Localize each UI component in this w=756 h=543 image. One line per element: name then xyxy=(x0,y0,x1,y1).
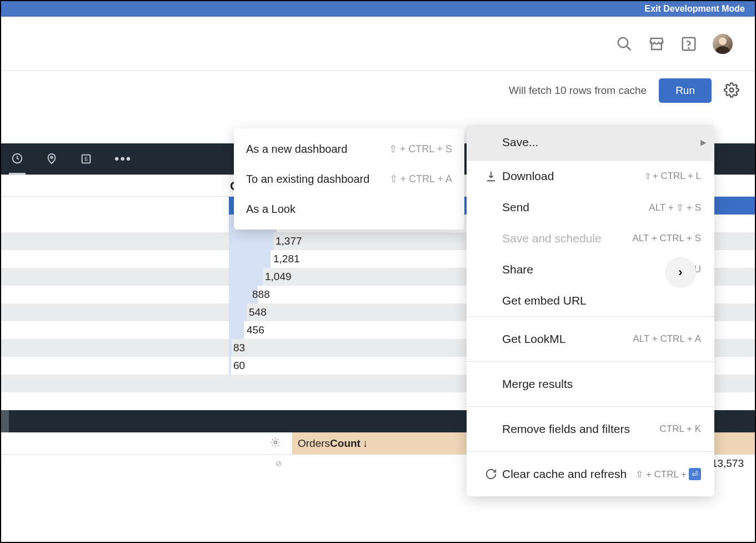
save-submenu: As a new dashboard ⇧ + CTRL + S To an ex… xyxy=(234,128,464,230)
menu-item-save-new-dashboard[interactable]: As a new dashboard ⇧ + CTRL + S xyxy=(234,134,464,164)
search-icon[interactable] xyxy=(616,36,633,52)
menu-item-save-as-look[interactable]: As a Look xyxy=(234,194,464,224)
menu-item-send[interactable]: Send ALT + ⇧ + S xyxy=(467,192,714,223)
cell-value: 548 xyxy=(249,306,267,318)
chevron-right-icon: ▶ xyxy=(700,138,707,147)
svg-point-3 xyxy=(688,47,689,48)
run-button[interactable]: Run xyxy=(659,78,712,103)
cell-value: 1,281 xyxy=(273,253,300,265)
menu-shortcut: ALT + CTRL + S xyxy=(633,233,701,244)
column-settings-gear-icon[interactable] xyxy=(270,437,281,450)
menu-item-remove-fields-filters[interactable]: Remove fields and filters CTRL + K xyxy=(467,407,714,451)
fetch-status-text: Will fetch 10 rows from cache xyxy=(509,84,647,97)
svg-line-1 xyxy=(627,46,631,50)
avatar[interactable] xyxy=(713,34,733,54)
menu-label: To an existing dashboard xyxy=(246,173,369,186)
cell-value: 1,377 xyxy=(276,235,302,247)
menu-item-save-schedule[interactable]: Save and schedule ALT + CTRL + S xyxy=(467,223,714,254)
null-icon: ⊘ xyxy=(276,459,282,468)
chevron-right-icon: › xyxy=(678,265,682,280)
menu-item-clear-cache-refresh[interactable]: Clear cache and refresh ⇧ + CTRL + xyxy=(467,452,714,496)
help-icon[interactable] xyxy=(680,36,697,52)
enter-key-icon xyxy=(689,468,701,480)
menu-shortcut: ⇧ + CTRL + S xyxy=(389,143,452,155)
menu-label: As a Look xyxy=(246,203,296,216)
viz-map-icon[interactable] xyxy=(43,143,60,175)
menu-label: Share xyxy=(502,263,670,276)
viz-table-icon[interactable] xyxy=(9,143,26,175)
menu-shortcut: ALT + CTRL + A xyxy=(633,333,701,345)
menu-label: As a new dashboard xyxy=(246,143,347,156)
gear-dropdown-menu: Save... ▶ Download + CTRL + L Send ALT +… xyxy=(467,124,714,496)
explore-action-bar: Will fetch 10 rows from cache Run xyxy=(1,71,755,110)
menu-shortcut: ALT + ⇧ + S xyxy=(649,202,701,213)
sort-desc-icon: ↓ xyxy=(363,437,368,450)
download-icon xyxy=(480,170,502,182)
total-value: 13,573 xyxy=(712,457,755,470)
menu-item-download[interactable]: Download + CTRL + L xyxy=(467,161,714,192)
viz-more-icon[interactable]: ••• xyxy=(112,143,134,175)
menu-item-get-embed-url[interactable]: Get embed URL xyxy=(467,285,714,316)
column-label-prefix: Orders xyxy=(298,437,330,450)
refresh-icon xyxy=(480,468,502,480)
menu-label: Get embed URL xyxy=(502,294,701,307)
menu-label: Save... xyxy=(502,136,701,149)
viz-single-value-icon[interactable]: 6 xyxy=(78,143,94,175)
marketplace-icon[interactable] xyxy=(648,36,665,52)
menu-shortcut: ⇧ + CTRL + xyxy=(635,468,701,480)
dev-mode-bar: Exit Development Mode xyxy=(1,1,755,17)
app-header xyxy=(1,17,755,71)
menu-item-merge-results[interactable]: Merge results xyxy=(467,362,714,406)
exit-dev-mode-link[interactable]: Exit Development Mode xyxy=(645,4,745,14)
carousel-next-button[interactable]: › xyxy=(665,257,696,288)
settings-gear-icon[interactable] xyxy=(724,82,739,99)
cell-value: 83 xyxy=(233,342,245,354)
cell-value: 456 xyxy=(247,324,264,336)
menu-item-get-lookml[interactable]: Get LookML ALT + CTRL + A xyxy=(467,317,714,361)
svg-text:6: 6 xyxy=(84,156,88,162)
menu-label: Merge results xyxy=(502,377,701,391)
column-label-strong: Count xyxy=(330,437,361,450)
svg-point-9 xyxy=(274,441,277,444)
cell-value: 1,049 xyxy=(265,271,292,283)
svg-point-0 xyxy=(618,37,628,47)
menu-label: Save and schedule xyxy=(502,232,633,245)
menu-item-save[interactable]: Save... ▶ xyxy=(467,124,714,160)
menu-label: Remove fields and filters xyxy=(502,422,660,436)
menu-shortcut: + CTRL + L xyxy=(644,171,701,182)
menu-label: Send xyxy=(502,201,649,214)
menu-label: Get LookML xyxy=(502,332,633,346)
menu-label: Download xyxy=(502,170,644,183)
svg-point-6 xyxy=(51,156,53,158)
cell-value: 60 xyxy=(233,360,245,372)
menu-item-save-existing-dashboard[interactable]: To an existing dashboard ⇧ + CTRL + A xyxy=(234,164,464,194)
menu-shortcut: ⇧ + CTRL + A xyxy=(389,173,452,185)
menu-shortcut: CTRL + K xyxy=(660,424,701,435)
menu-label: Clear cache and refresh xyxy=(502,467,635,481)
cell-value: 888 xyxy=(252,288,270,301)
svg-point-4 xyxy=(730,88,734,92)
